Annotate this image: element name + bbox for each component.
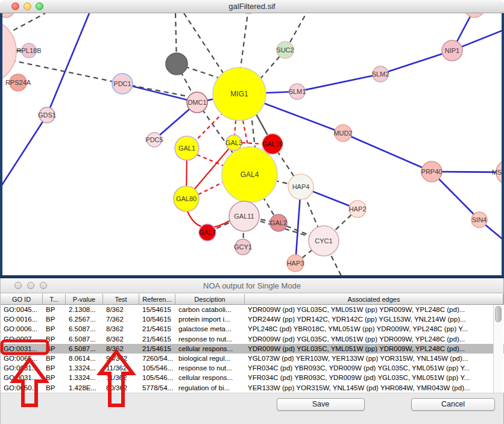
network-svg: RPL18BRPS24AGDS1PDC1MIG1DMC1SUC2NIP1SLM2… (2, 13, 502, 275)
cell: BP (43, 314, 66, 324)
edge-pd (122, 84, 194, 98)
column-header-4[interactable]: Referen... (139, 294, 175, 304)
cell: YER133W (pp) YOR315W, YNL145W (pd) YHR08… (245, 383, 504, 393)
zoom-button[interactable] (36, 2, 43, 10)
network-canvas[interactable]: RPL18BRPS24AGDS1PDC1MIG1DMC1SUC2NIP1SLM2… (0, 13, 504, 278)
cell: 105/546... (139, 363, 175, 373)
cell: response to nut... (175, 363, 245, 373)
minimize-button-inactive[interactable] (27, 282, 34, 289)
cell: YFR034C (pd) YBR093C, YDR009W (pd) YGL03… (245, 373, 504, 382)
node-label-PRP40: PRP40 (421, 168, 443, 175)
cell: YDR009W (pd) YGL035C, YML051W (pp) YDR00… (245, 334, 504, 344)
cell: 6.2567... (66, 314, 103, 324)
column-header-5[interactable]: Desciption (175, 294, 245, 304)
node-label-GAL4: GAL4 (241, 170, 259, 179)
node-label-GAL1: GAL1 (178, 145, 195, 152)
node-label-SIN4: SIN4 (472, 216, 487, 223)
node-label-MIG1: MIG1 (230, 90, 248, 98)
node-label-GDS1: GDS1 (38, 111, 56, 119)
cell: 8/362 (103, 324, 139, 334)
cell: 7/362 (103, 314, 139, 324)
cell: 10/54615 (139, 314, 175, 324)
cell: 8/362 (103, 305, 139, 314)
cell: GO:0006... (1, 324, 43, 334)
table-row[interactable]: GO:0016...BP6.2567...7/36210/54615protei… (1, 314, 504, 324)
node-label-GAL11: GAL11 (234, 213, 254, 220)
node-top-green-clipped[interactable] (241, 13, 256, 14)
node-left-large[interactable] (2, 18, 16, 84)
network-window-title: galFiltered.sif (228, 2, 275, 11)
close-button[interactable] (11, 2, 19, 10)
column-header-6[interactable]: Associated edges (245, 294, 503, 304)
node-label-NIP1: NIP1 (445, 47, 459, 54)
cell: GO:0065... (1, 354, 43, 363)
node-label-MUD2: MUD2 (333, 129, 352, 137)
network-window-titlebar: galFiltered.sif (0, 0, 504, 13)
node-label-GCY1: GCY1 (234, 243, 252, 251)
edge-pd (290, 13, 306, 42)
table-row-selected[interactable]: GO:0031...BP6.5087...8/36221/54615cellul… (1, 344, 504, 354)
node-top-left-clipped[interactable] (2, 13, 14, 17)
network-window: galFiltered.sif RPL18BRPS24AGDS1PDC1MIG1… (0, 0, 504, 278)
cell: GO:0050... (1, 383, 43, 393)
edge-pd (241, 13, 248, 68)
edge-pp (297, 74, 380, 92)
noa-window-title: NOA output for Single Mode (203, 281, 301, 290)
column-header-0[interactable]: GO ID (1, 294, 43, 304)
cell: 8/362 (103, 334, 139, 344)
node-label-GAL80: GAL80 (176, 195, 197, 202)
cell: BP (43, 383, 66, 393)
table-row[interactable]: GO:0007...BP6.5087...8/36221/54615respon… (1, 334, 504, 344)
cell: BP (43, 305, 66, 314)
table-row[interactable]: GO:0006...BP6.5087...8/36221/54615galact… (1, 324, 504, 334)
cell: 5778/54... (139, 383, 175, 393)
edge-pd (184, 13, 225, 76)
cell: GO:0031... (1, 373, 43, 382)
cell: GO:0016... (1, 314, 43, 324)
cell: 8/362 (103, 344, 139, 354)
column-header-2[interactable]: P-value (66, 294, 103, 304)
table-row[interactable]: GO:0045...BP2.1308...8/36215/54615carbon… (1, 305, 504, 314)
node-top-right-clipped[interactable] (464, 13, 485, 17)
cell: 21/54615 (139, 324, 175, 334)
cell: 11/362 (103, 363, 139, 373)
node-label-PDC5: PDC5 (145, 136, 163, 143)
column-header-1[interactable]: T... (43, 294, 66, 304)
table-header: GO IDT...P-valueTestReferen...Desciption… (1, 293, 503, 305)
cell: GO:0045... (1, 305, 43, 314)
cancel-button[interactable]: Cancel (411, 398, 495, 411)
cell: protein import i... (175, 314, 245, 324)
edge-sel_pd (235, 120, 236, 136)
edge-sel_pd (197, 112, 224, 139)
cell: cellular respons... (175, 373, 245, 382)
scrollbar-thumb[interactable] (495, 306, 502, 322)
cell: 11/362 (103, 373, 139, 382)
node-label-HAP3: HAP3 (287, 260, 304, 267)
cell: 6.5087... (66, 324, 103, 334)
save-button[interactable]: Save (277, 398, 365, 411)
vertical-scrollbar[interactable] (493, 305, 503, 393)
node-label-HAP4: HAP4 (292, 183, 310, 190)
cell: 1.428E... (66, 383, 103, 393)
zoom-button-inactive[interactable] (40, 282, 47, 289)
node-gray-node[interactable] (166, 53, 187, 75)
edge-sel_pd (198, 182, 224, 195)
minimize-button[interactable] (24, 2, 31, 10)
table-row[interactable]: GO:0031...BP1.3324...11/362105/546...cel… (1, 373, 504, 382)
cell: 21/54615 (139, 344, 175, 354)
node-label-SLM1: SLM1 (289, 88, 306, 95)
cell: carbon cataboli... (175, 305, 245, 314)
cell: 2.1308... (66, 305, 103, 314)
column-header-3[interactable]: Test (103, 294, 139, 304)
node-label-GAL10: GAL10 (262, 140, 283, 148)
edge-pd (252, 120, 255, 148)
table-body: GO:0045...BP2.1308...8/36215/54615carbon… (1, 305, 504, 393)
cell: YDR009W (pd) YGL035C, YML051W (pp) YDR00… (245, 344, 504, 354)
table-row[interactable]: GO:0050...BP1.428E...80/3625778/54...reg… (1, 383, 504, 393)
close-button-inactive[interactable] (14, 282, 22, 289)
cell: GO:0031... (1, 344, 43, 354)
table-row[interactable]: GO:0065...BP8.0614...94/3627260/54...bio… (1, 354, 504, 363)
cell: GO:0007... (1, 334, 43, 344)
table-row[interactable]: GO:0031...BP1.3324...11/362105/546...res… (1, 363, 504, 373)
node-label-SLM2: SLM2 (372, 70, 389, 78)
